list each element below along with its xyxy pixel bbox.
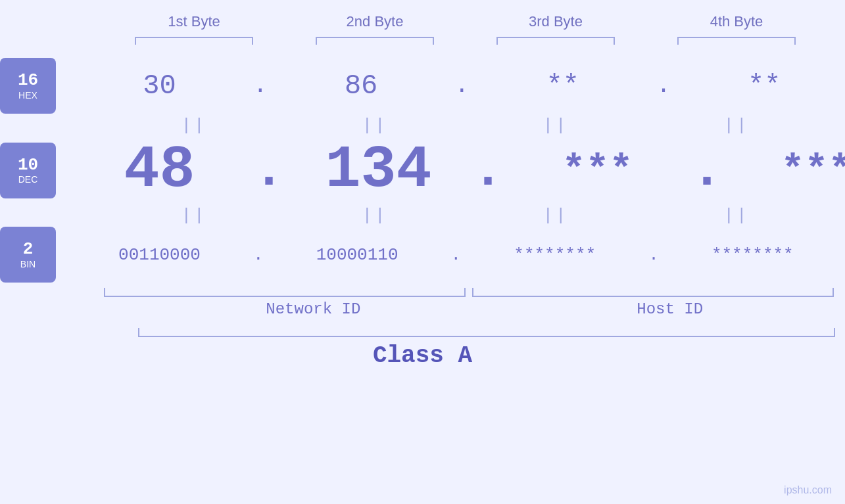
- eq1-b3: ||: [466, 116, 646, 135]
- eq2-b2: ||: [285, 206, 466, 225]
- dot-hex-1: .: [253, 72, 268, 99]
- hex-badge-number: 16: [18, 71, 38, 90]
- dot-bin-1: .: [253, 245, 264, 265]
- bracket-line-1: [135, 37, 253, 45]
- eq2-b1: ||: [104, 206, 285, 225]
- hex-row: 16 HEX 30 . 86 . ** . **: [0, 58, 845, 114]
- bin-badge: 2 BIN: [0, 227, 56, 283]
- dec-badge-number: 10: [18, 156, 38, 175]
- byte-header-4: 4th Byte: [646, 13, 827, 30]
- host-bracket: [472, 288, 834, 297]
- hex-badge-label: HEX: [18, 90, 37, 101]
- dec-badge: 10 DEC: [0, 143, 56, 198]
- bracket-3: [466, 37, 646, 45]
- bracket-gap: [466, 288, 472, 297]
- bracket-line-2: [316, 37, 434, 45]
- dec-val-3: ***: [507, 148, 688, 193]
- byte-headers: 1st Byte 2nd Byte 3rd Byte 4th Byte: [43, 13, 845, 30]
- bin-val-4: ********: [662, 245, 843, 265]
- bracket-line-4: [677, 37, 796, 45]
- bracket-line-3: [496, 37, 615, 45]
- label-gap: [489, 300, 495, 318]
- class-bracket: [138, 328, 835, 337]
- byte-header-2: 2nd Byte: [285, 13, 466, 30]
- eq1-b2: ||: [285, 116, 466, 135]
- bottom-brackets-row: [35, 288, 846, 297]
- bracket-4: [646, 37, 827, 45]
- bin-val-1: 00110000: [69, 245, 250, 265]
- id-labels-row: Network ID Host ID: [0, 300, 845, 318]
- bin-badge-label: BIN: [20, 259, 36, 269]
- dot-hex-3: .: [656, 72, 671, 99]
- dec-badge-label: DEC: [18, 174, 38, 185]
- hex-val-4: **: [674, 70, 845, 102]
- dec-values: 48 . 134 . *** . ***: [69, 137, 845, 204]
- byte-header-3: 3rd Byte: [466, 13, 646, 30]
- dec-row: 10 DEC 48 . 134 . *** . ***: [0, 137, 845, 204]
- top-brackets: [43, 37, 845, 45]
- dot-hex-2: .: [455, 72, 470, 99]
- main-container: 1st Byte 2nd Byte 3rd Byte 4th Byte 16 H…: [0, 0, 845, 504]
- bin-val-2: 10000110: [267, 245, 448, 265]
- bin-row: 2 BIN 00110000 . 10000110 . ******** . *…: [0, 227, 845, 283]
- byte-header-1: 1st Byte: [104, 13, 285, 30]
- hex-badge: 16 HEX: [0, 58, 56, 114]
- network-id-label: Network ID: [138, 300, 489, 318]
- hex-val-3: **: [472, 70, 653, 102]
- dec-val-1: 48: [69, 137, 250, 204]
- network-bracket: [104, 288, 466, 297]
- dec-val-4: ***: [726, 148, 845, 193]
- spacer-class: [0, 328, 138, 337]
- equals-row-1: || || || ||: [35, 114, 846, 137]
- bracket-1: [104, 37, 285, 45]
- eq2-b4: ||: [646, 206, 827, 225]
- bracket-2: [285, 37, 466, 45]
- hex-values: 30 . 86 . ** . **: [69, 70, 845, 102]
- dot-bin-2: .: [451, 245, 462, 265]
- hex-val-1: 30: [69, 70, 250, 102]
- equals-row-2: || || || ||: [35, 204, 846, 227]
- dot-dec-2: .: [472, 141, 504, 200]
- dec-val-2: 134: [288, 137, 469, 204]
- watermark: ipshu.com: [784, 484, 832, 496]
- host-id-label: Host ID: [495, 300, 845, 318]
- hex-val-2: 86: [271, 70, 452, 102]
- class-label-container: Class A: [0, 342, 845, 369]
- eq1-b4: ||: [646, 116, 827, 135]
- bin-badge-number: 2: [23, 240, 34, 259]
- dot-bin-3: .: [648, 245, 659, 265]
- spacer-label: [0, 300, 138, 318]
- dot-dec-1: .: [253, 141, 285, 200]
- class-label: Class A: [373, 342, 472, 369]
- class-bracket-container: [0, 328, 845, 337]
- eq2-b3: ||: [466, 206, 646, 225]
- bin-val-3: ********: [464, 245, 645, 265]
- dot-dec-3: .: [691, 141, 723, 200]
- bin-values: 00110000 . 10000110 . ******** . *******…: [69, 245, 845, 265]
- eq1-b1: ||: [104, 116, 285, 135]
- spacer-bottom: [35, 288, 104, 297]
